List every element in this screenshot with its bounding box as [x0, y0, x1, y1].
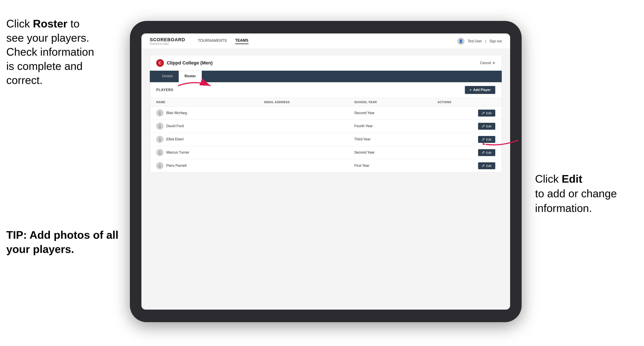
svg-point-4: [159, 138, 161, 140]
edit-button-0[interactable]: Edit: [478, 110, 495, 117]
add-player-label: Add Player: [473, 88, 491, 92]
team-header: C Clippd College (Men) Cancel ✕: [150, 55, 502, 71]
player-row-1: David Ford Fourth Year Edit: [150, 120, 502, 133]
cancel-button[interactable]: Cancel ✕: [480, 61, 495, 65]
svg-point-8: [159, 164, 161, 166]
brand-sub: Powered by clippd: [150, 42, 185, 45]
col-actions: ACTIONS: [431, 98, 502, 107]
svg-point-1: [158, 113, 161, 115]
player-actions-1: Edit: [431, 120, 502, 133]
nav-tournaments[interactable]: TOURNAMENTS: [198, 38, 227, 44]
instructions-right: Click Edit to add or change information.: [535, 172, 640, 216]
player-name-0: Blair McHarg: [166, 111, 187, 115]
player-avatar-1: [156, 123, 164, 130]
user-icon: 👤: [457, 38, 464, 45]
svg-point-9: [158, 166, 161, 168]
player-avatar-4: [156, 162, 164, 169]
instructions-bottom: TIP: Add photos of all your players.: [6, 228, 132, 256]
player-year-0: Second Year: [348, 107, 431, 120]
edit-button-1[interactable]: Edit: [478, 123, 495, 130]
player-email-0: [258, 107, 348, 120]
arrow-roster: [176, 77, 214, 94]
svg-point-7: [158, 153, 161, 155]
svg-point-0: [159, 112, 161, 113]
player-email-2: [258, 133, 348, 146]
players-label: PLAYERS: [156, 88, 173, 92]
player-avatar-3: [156, 149, 164, 156]
tablet-frame: SCOREBOARD Powered by clippd TOURNAMENTS…: [130, 21, 522, 322]
player-name-1: David Ford: [166, 124, 184, 128]
svg-point-2: [159, 125, 161, 126]
player-name-3: Marcus Turner: [166, 150, 190, 155]
player-avatar-2: [156, 136, 164, 143]
player-row-4: Piers Parnell First Year Edit: [150, 159, 502, 172]
brand-title: SCOREBOARD: [150, 37, 185, 42]
tablet-screen: SCOREBOARD Powered by clippd TOURNAMENTS…: [142, 33, 510, 310]
col-email: EMAIL ADDRESS: [258, 98, 348, 107]
roster-keyword: Roster: [33, 17, 68, 30]
tab-details[interactable]: Details: [156, 71, 179, 82]
player-row-3: Marcus Turner Second Year Edit: [150, 146, 502, 159]
sign-out-link[interactable]: Sign out: [490, 39, 502, 43]
player-row-2: Elliot Ebert Third Year Edit: [150, 133, 502, 146]
col-school-year: SCHOOL YEAR: [348, 98, 431, 107]
arrow-edit: [483, 134, 520, 151]
nav-bar: SCOREBOARD Powered by clippd TOURNAMENTS…: [142, 33, 510, 49]
players-section: PLAYERS + Add Player NAME EMAIL ADDRESS …: [150, 82, 502, 172]
player-name-cell-4: Piers Parnell: [150, 159, 258, 172]
nav-teams[interactable]: TEAMS: [235, 38, 248, 44]
player-avatar-0: [156, 109, 164, 117]
user-label: Test User: [468, 39, 482, 43]
player-year-4: First Year: [348, 159, 431, 172]
player-name-cell-0: Blair McHarg: [150, 107, 258, 120]
player-name-cell-2: Elliot Ebert: [150, 133, 258, 146]
svg-point-3: [158, 127, 161, 128]
player-name-2: Elliot Ebert: [166, 137, 184, 141]
player-actions-0: Edit: [431, 107, 502, 120]
add-player-button[interactable]: + Add Player: [465, 86, 495, 94]
nav-right: 👤 Test User | Sign out: [457, 38, 502, 45]
player-email-3: [258, 146, 348, 159]
edit-keyword: Edit: [562, 173, 582, 185]
player-email-4: [258, 159, 348, 172]
col-name: NAME: [150, 98, 258, 107]
team-name: Clippd College (Men): [167, 60, 213, 66]
player-name-cell-3: Marcus Turner: [150, 146, 258, 159]
team-logo: C: [156, 59, 164, 67]
nav-links: TOURNAMENTS TEAMS: [198, 38, 248, 44]
player-email-1: [258, 120, 348, 133]
table-header-row: NAME EMAIL ADDRESS SCHOOL YEAR ACTIONS: [150, 98, 502, 107]
player-name-cell-1: David Ford: [150, 120, 258, 133]
brand: SCOREBOARD Powered by clippd: [150, 37, 185, 45]
instructions-top: Click Roster to see your players. Check …: [6, 17, 128, 87]
player-row-0: Blair McHarg Second Year Edit: [150, 107, 502, 120]
content-area: C Clippd College (Men) Cancel ✕ Details …: [142, 49, 510, 179]
edit-button-4[interactable]: Edit: [478, 162, 495, 169]
player-name-4: Piers Parnell: [166, 164, 186, 168]
player-actions-4: Edit: [431, 159, 502, 172]
svg-point-5: [158, 140, 161, 141]
add-player-icon: +: [470, 88, 471, 92]
player-year-2: Third Year: [348, 133, 431, 146]
player-year-1: Fourth Year: [348, 120, 431, 133]
svg-point-6: [159, 151, 161, 153]
player-year-3: Second Year: [348, 146, 431, 159]
players-table: NAME EMAIL ADDRESS SCHOOL YEAR ACTIONS B…: [150, 98, 502, 172]
separator: |: [485, 39, 486, 43]
team-name-row: C Clippd College (Men): [156, 59, 213, 67]
